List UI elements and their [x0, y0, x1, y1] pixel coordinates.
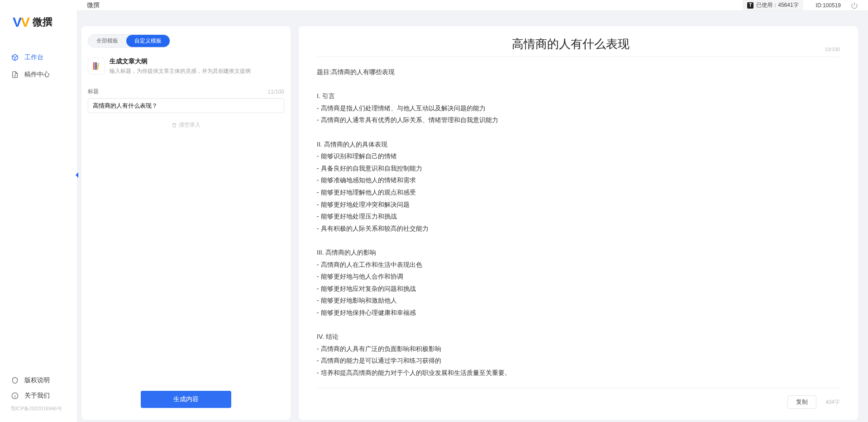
- info-icon: [11, 392, 19, 400]
- generate-button[interactable]: 生成内容: [141, 391, 231, 408]
- clear-input-button[interactable]: 清空录入: [88, 121, 284, 129]
- sidebar-item-label: 关于我们: [24, 392, 50, 400]
- page-title: 微撰: [87, 1, 100, 9]
- template-tabs: 全部模板 自定义模板: [88, 34, 170, 47]
- sidebar-item-drafts[interactable]: 稿件中心: [0, 66, 77, 83]
- sidebar-item-workspace[interactable]: 工作台: [0, 49, 77, 66]
- sidebar-collapse-handle[interactable]: [72, 168, 81, 182]
- logo: VV 微撰: [0, 14, 77, 43]
- tab-all-templates[interactable]: 全部模板: [88, 35, 126, 47]
- shield-icon: [11, 376, 19, 384]
- usage-pill[interactable]: T 已使用： 45641字: [743, 0, 803, 10]
- main: 微撰 T 已使用： 45641字 ID:100519 全部模板 自定义模板: [77, 0, 868, 422]
- document-title[interactable]: 高情商的人有什么表现: [317, 36, 825, 52]
- document-footer: 复制 404字: [317, 388, 840, 420]
- books-icon: [88, 57, 105, 75]
- usage-value: 45641字: [778, 1, 798, 9]
- sidebar-bottom: 版权说明 关于我们 鄂ICP备2022016946号: [0, 373, 77, 422]
- template-desc: 输入标题，为你提供文章主体的灵感，并为其创建推文提纲: [110, 67, 251, 75]
- title-char-count: 11/100: [267, 89, 284, 95]
- t-badge-icon: T: [747, 2, 754, 9]
- sidebar: VV 微撰 工作台 稿件中心 版权说明: [0, 0, 77, 422]
- workspace: 全部模板 自定义模板 生成文章大纲 输入标题，为你提供文章主体的灵感，并为其创建…: [77, 11, 868, 422]
- user-id: ID:100519: [816, 2, 841, 9]
- word-count: 404字: [825, 398, 840, 406]
- sidebar-item-copyright[interactable]: 版权说明: [0, 373, 77, 388]
- power-icon[interactable]: [851, 2, 858, 9]
- doc-icon: [11, 71, 19, 79]
- title-label: 标题: [88, 88, 99, 95]
- logo-icon: VV: [13, 14, 29, 30]
- icp-text: 鄂ICP备2022016946号: [0, 403, 77, 417]
- template-panel: 全部模板 自定义模板 生成文章大纲 输入标题，为你提供文章主体的灵感，并为其创建…: [81, 26, 291, 420]
- tab-custom-templates[interactable]: 自定义模板: [126, 35, 170, 47]
- output-panel: 高情商的人有什么表现 10/100 题目:高情商的人有哪些表现 I. 引言 - …: [299, 26, 858, 420]
- document-title-counter: 10/100: [825, 47, 840, 52]
- document-body[interactable]: 题目:高情商的人有哪些表现 I. 引言 - 高情商是指人们处理情绪、与他人互动以…: [299, 57, 858, 388]
- title-input[interactable]: [88, 98, 284, 113]
- copy-button[interactable]: 复制: [787, 395, 816, 409]
- title-form: 标题 11/100 清空录入: [81, 81, 291, 129]
- logo-text: 微撰: [33, 15, 52, 29]
- template-title: 生成文章大纲: [110, 57, 251, 66]
- sidebar-item-label: 稿件中心: [24, 71, 50, 79]
- sidebar-item-about[interactable]: 关于我们: [0, 388, 77, 403]
- cube-icon: [11, 53, 19, 62]
- topbar: 微撰 T 已使用： 45641字 ID:100519: [77, 0, 868, 11]
- clear-label: 清空录入: [179, 121, 200, 129]
- sidebar-item-label: 版权说明: [24, 376, 50, 384]
- template-card: 生成文章大纲 输入标题，为你提供文章主体的灵感，并为其创建推文提纲: [81, 54, 291, 81]
- nav-main: 工作台 稿件中心: [0, 43, 77, 89]
- sidebar-item-label: 工作台: [24, 53, 43, 62]
- usage-prefix: 已使用：: [756, 1, 778, 9]
